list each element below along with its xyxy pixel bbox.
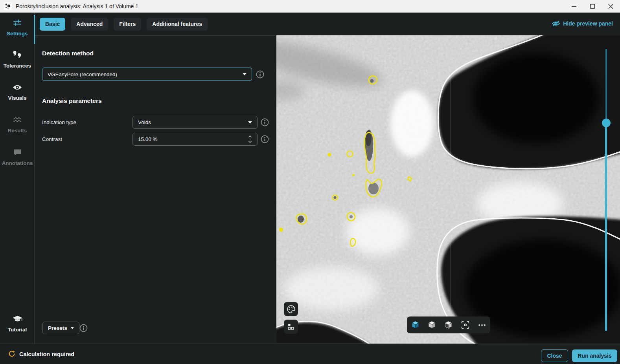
tab-label: Filters — [119, 21, 136, 27]
hide-preview-panel-link[interactable]: Hide preview panel — [552, 20, 613, 27]
porosity-analysis-dialog: { "window": { "title": "Porosity/inclusi… — [0, 0, 620, 364]
sidebar-item-tolerances[interactable]: Tolerances — [0, 50, 35, 69]
minimize-icon — [572, 4, 576, 9]
slice-slider-track-lower[interactable] — [605, 123, 607, 331]
sidebar-item-label: Results — [0, 128, 35, 134]
run-analysis-label: Run analysis — [578, 353, 611, 359]
contrast-input[interactable]: 15.00 % — [132, 133, 258, 146]
cube-3d-icon — [411, 320, 420, 329]
presets-info-icon[interactable] — [79, 324, 88, 332]
presets-button[interactable]: Presets — [42, 322, 79, 334]
indication-type-value: Voids — [138, 119, 151, 125]
contrast-value: 15.00 % — [138, 136, 158, 142]
reconstruction-artifact-line — [451, 40, 451, 338]
detection-method-info-icon[interactable] — [256, 70, 264, 79]
maximize-button[interactable] — [583, 0, 602, 13]
view-top-button[interactable] — [425, 318, 439, 332]
maximize-icon — [590, 4, 595, 9]
contrast-info-icon[interactable] — [261, 135, 269, 143]
sidebar-item-label: Settings — [0, 31, 35, 37]
tab-label: Basic — [45, 21, 60, 27]
render-layout-icon — [287, 323, 295, 331]
sidebar-item-label: Visuals — [0, 95, 35, 101]
sidebar-item-label: Tutorial — [0, 327, 35, 333]
sidebar-item-annotations[interactable]: Annotations — [0, 148, 35, 166]
tab-bar: Basic Advanced Filters Additional featur… — [35, 13, 276, 35]
tab-label: Additional features — [152, 21, 202, 27]
analysis-parameters-heading: Analysis parameters — [42, 97, 102, 104]
tab-filters[interactable]: Filters — [114, 18, 141, 31]
more-ellipsis-icon — [478, 324, 486, 326]
ct-slice-viewport[interactable] — [276, 35, 620, 344]
close-button-label: Close — [547, 353, 562, 359]
detection-method-heading: Detection method — [42, 50, 94, 57]
recalculate-icon — [8, 350, 16, 358]
view-toolbar — [407, 316, 490, 333]
indication-type-info-icon[interactable] — [261, 118, 269, 126]
tab-label: Advanced — [76, 21, 103, 27]
detection-method-select[interactable]: VGEasyPore (recommended) — [42, 68, 252, 81]
render-layout-button[interactable] — [284, 320, 298, 334]
palette-icon — [287, 305, 296, 314]
sidebar-item-label: Tolerances — [0, 63, 35, 69]
preview-panel — [276, 35, 620, 344]
close-window-button[interactable] — [602, 0, 620, 13]
footer-bar: Calculation required Close Run analysis — [0, 344, 620, 364]
graduation-cap-icon — [0, 314, 35, 324]
indication-type-select[interactable]: Voids — [132, 116, 258, 129]
focus-scan-button[interactable] — [458, 318, 472, 332]
cube-front-icon — [444, 320, 453, 329]
titlebar: Porosity/inclusion analysis: Analysis 1 … — [0, 0, 620, 13]
sidebar-item-tutorial[interactable]: Tutorial — [0, 314, 35, 333]
palette-button[interactable] — [284, 302, 298, 316]
sidebar-item-results[interactable]: Results — [0, 115, 35, 134]
eye-icon — [0, 82, 35, 92]
window-controls — [565, 0, 620, 13]
view-front-button[interactable] — [442, 318, 455, 332]
slice-slider-handle[interactable] — [602, 119, 611, 127]
tab-additional-features[interactable]: Additional features — [147, 18, 208, 31]
hide-preview-label: Hide preview panel — [563, 20, 613, 27]
chevron-down-icon — [248, 121, 252, 124]
window-title: Porosity/inclusion analysis: Analysis 1 … — [16, 3, 138, 9]
tolerances-icon — [0, 50, 35, 60]
results-waves-icon — [0, 115, 35, 124]
view-3d-button[interactable] — [408, 318, 422, 332]
calculation-status: Calculation required — [8, 344, 74, 364]
focus-scan-icon — [461, 320, 470, 329]
sidebar-item-settings[interactable]: Settings — [0, 18, 35, 37]
more-options-button[interactable] — [475, 318, 489, 332]
tab-basic[interactable]: Basic — [40, 18, 65, 31]
chevron-down-icon — [71, 327, 74, 329]
active-section-indicator — [34, 15, 35, 44]
indication-type-label: Indication type — [42, 119, 76, 125]
sliders-icon — [0, 18, 35, 27]
eye-off-icon — [552, 20, 560, 27]
detection-method-value: VGEasyPore (recommended) — [48, 71, 117, 77]
spinner-stepper-icon[interactable] — [248, 135, 252, 144]
sidebar-item-label: Annotations — [0, 160, 35, 166]
porosity-dots-icon — [4, 2, 12, 10]
tab-advanced[interactable]: Advanced — [71, 18, 108, 31]
minimize-button[interactable] — [565, 0, 583, 13]
sidebar-item-visuals[interactable]: Visuals — [0, 82, 35, 101]
settings-form: Detection method VGEasyPore (recommended… — [35, 36, 276, 344]
slice-slider-track-upper[interactable] — [605, 49, 607, 123]
close-icon — [608, 4, 613, 9]
contrast-label: Contrast — [42, 136, 62, 142]
chevron-down-icon — [243, 73, 247, 75]
presets-label: Presets — [48, 325, 67, 331]
speech-bubble-icon — [0, 148, 35, 157]
close-button[interactable]: Close — [541, 349, 568, 362]
status-text: Calculation required — [19, 351, 74, 357]
run-analysis-button[interactable]: Run analysis — [572, 349, 617, 362]
cube-light-icon — [427, 320, 436, 329]
sidebar: Settings Tolerances Visuals Results Anno… — [0, 13, 35, 344]
